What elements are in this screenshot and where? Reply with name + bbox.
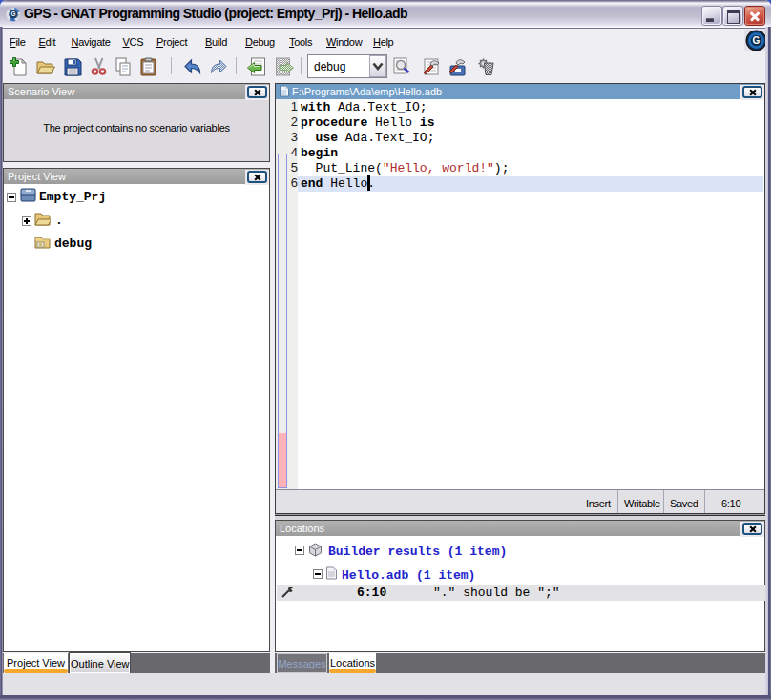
svg-text:G: G	[11, 10, 16, 17]
